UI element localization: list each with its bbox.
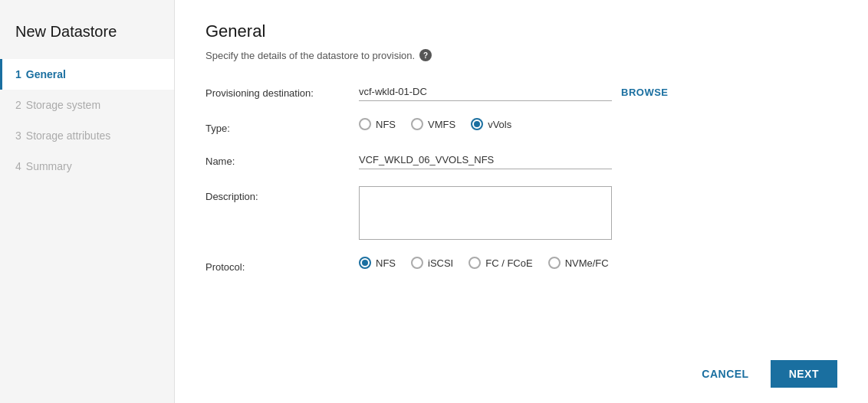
protocol-nfs-radio[interactable]	[359, 257, 371, 269]
type-nfs-option[interactable]: NFS	[359, 118, 396, 130]
type-vmfs-label: VMFS	[428, 119, 455, 130]
description-row: Description:	[205, 186, 837, 240]
protocol-fc-label: FC / FCoE	[485, 257, 532, 269]
sidebar-item-summary[interactable]: 4 Summary	[0, 151, 174, 182]
sidebar: New Datastore 1 General 2 Storage system…	[0, 0, 175, 403]
name-field	[359, 151, 837, 169]
type-label: Type:	[205, 118, 359, 134]
browse-button[interactable]: BROWSE	[621, 87, 669, 98]
protocol-fc-radio[interactable]	[469, 257, 481, 269]
name-input[interactable]	[359, 151, 612, 169]
sidebar-item-storage-system[interactable]: 2 Storage system	[0, 90, 174, 120]
page-title: General	[205, 21, 837, 41]
provisioning-destination-field: BROWSE	[359, 83, 837, 101]
type-nfs-radio[interactable]	[359, 118, 371, 130]
protocol-iscsi-radio[interactable]	[411, 257, 423, 269]
protocol-nvme-radio[interactable]	[548, 257, 561, 269]
cancel-button[interactable]: CANCEL	[689, 362, 761, 386]
provisioning-destination-label: Provisioning destination:	[205, 83, 359, 99]
description-label: Description:	[205, 186, 359, 202]
form: Provisioning destination: BROWSE Type: N…	[205, 83, 837, 348]
subtitle-text: Specify the details of the datastore to …	[205, 50, 415, 61]
protocol-nvme-option[interactable]: NVMe/FC	[548, 257, 609, 269]
protocol-field: NFS iSCSI FC / FCoE NVMe/FC	[359, 257, 837, 269]
sidebar-item-number: 1	[15, 68, 21, 80]
name-label: Name:	[205, 151, 359, 167]
protocol-row: Protocol: NFS iSCSI FC / FCoE NVMe/FC	[205, 257, 837, 273]
sidebar-item-number: 4	[15, 160, 21, 172]
sidebar-item-storage-attributes[interactable]: 3 Storage attributes	[0, 120, 174, 151]
type-nfs-label: NFS	[376, 119, 396, 130]
protocol-iscsi-label: iSCSI	[428, 257, 453, 269]
protocol-label: Protocol:	[205, 257, 359, 273]
sidebar-item-number: 2	[15, 99, 21, 111]
protocol-fc-option[interactable]: FC / FCoE	[469, 257, 532, 269]
provisioning-destination-row: Provisioning destination: BROWSE	[205, 83, 837, 101]
sidebar-item-general[interactable]: 1 General	[0, 59, 174, 90]
footer: CANCEL NEXT	[205, 348, 837, 388]
type-field: NFS VMFS vVols	[359, 118, 837, 130]
next-button[interactable]: NEXT	[771, 360, 837, 388]
protocol-nfs-label: NFS	[376, 257, 396, 269]
subtitle: Specify the details of the datastore to …	[205, 49, 837, 61]
sidebar-item-number: 3	[15, 129, 21, 142]
description-field	[359, 186, 837, 240]
sidebar-item-label: Summary	[26, 160, 72, 172]
description-textarea[interactable]	[359, 186, 612, 240]
type-row: Type: NFS VMFS vVols	[205, 118, 837, 134]
type-vvols-option[interactable]: vVols	[471, 118, 511, 130]
main-content: General Specify the details of the datas…	[175, 0, 868, 403]
sidebar-item-label: Storage system	[26, 99, 100, 111]
type-vvols-label: vVols	[488, 119, 511, 130]
sidebar-item-label: General	[26, 68, 66, 80]
protocol-iscsi-option[interactable]: iSCSI	[411, 257, 453, 269]
provisioning-destination-input[interactable]	[359, 83, 612, 101]
type-vmfs-radio[interactable]	[411, 118, 423, 130]
name-row: Name:	[205, 151, 837, 169]
type-vvols-radio[interactable]	[471, 118, 483, 130]
help-icon[interactable]: ?	[419, 49, 432, 61]
protocol-nvme-label: NVMe/FC	[565, 257, 609, 269]
sidebar-title: New Datastore	[0, 15, 174, 59]
sidebar-item-label: Storage attributes	[26, 129, 111, 142]
type-vmfs-option[interactable]: VMFS	[411, 118, 455, 130]
protocol-nfs-option[interactable]: NFS	[359, 257, 396, 269]
